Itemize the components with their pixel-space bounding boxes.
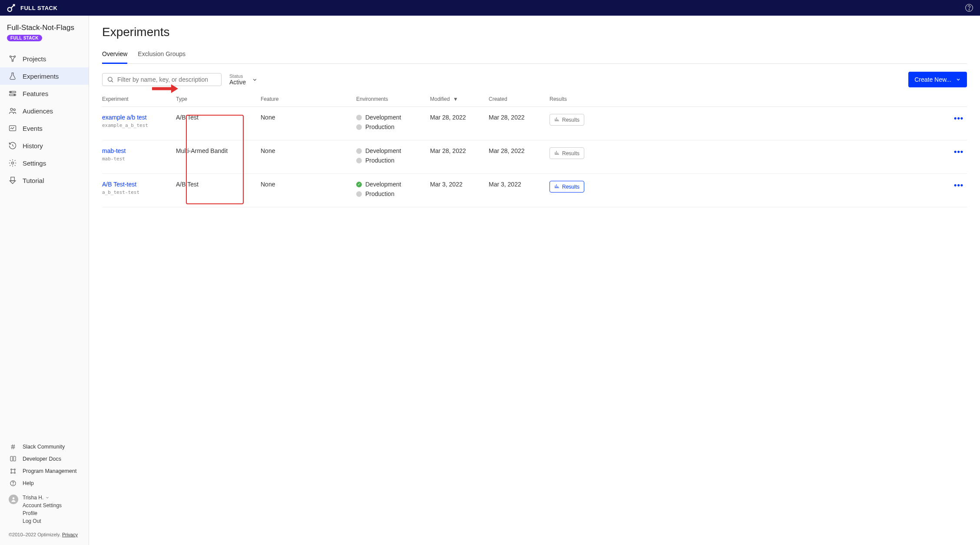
experiment-key: example_a_b_test (102, 123, 176, 128)
help-icon[interactable] (965, 3, 973, 12)
tabs: Overview Exclusion Groups (102, 47, 967, 64)
svg-point-21 (13, 497, 15, 499)
svg-point-2 (969, 10, 969, 10)
env-item: Production (356, 157, 430, 164)
table-header: Experiment Type Feature Environments Mod… (102, 92, 967, 107)
svg-point-18 (14, 472, 16, 474)
sidebar-item-label: History (23, 142, 43, 150)
user-link-logout[interactable]: Log Out (23, 517, 62, 525)
sidebar-item-experiments[interactable]: Experiments (0, 67, 89, 85)
experiment-name-link[interactable]: example a/b test (102, 114, 176, 121)
search-box[interactable] (102, 73, 222, 86)
topbar-brand: FULL STACK (7, 3, 57, 13)
search-input[interactable] (117, 76, 217, 83)
svg-point-4 (14, 56, 15, 57)
tab-exclusion-groups[interactable]: Exclusion Groups (138, 47, 185, 64)
sidebar-item-projects[interactable]: Projects (0, 50, 89, 67)
product-name: FULL STACK (20, 5, 57, 11)
footer-link-docs[interactable]: Developer Docs (0, 453, 89, 465)
copyright: ©2010–2022 Optimizely. Privacy (0, 528, 89, 541)
svg-point-11 (13, 109, 15, 110)
svg-point-0 (8, 7, 12, 11)
sidebar-item-features[interactable]: Features (0, 85, 89, 102)
svg-rect-14 (11, 177, 14, 181)
user-link-account[interactable]: Account Settings (23, 502, 62, 509)
experiment-key: a_b_test-test (102, 189, 176, 195)
status-idle-icon (356, 115, 362, 120)
col-results[interactable]: Results (550, 96, 597, 102)
results-button[interactable]: Results (550, 114, 584, 126)
user-link-profile[interactable]: Profile (23, 509, 62, 517)
experiment-created: Mar 28, 2022 (489, 147, 550, 154)
sidebar-item-audiences[interactable]: Audiences (0, 102, 89, 120)
table-row: mab-test mab-test Multi-Armed Bandit Non… (102, 140, 967, 174)
col-modified[interactable]: Modified ▼ (430, 96, 489, 102)
col-feature[interactable]: Feature (261, 96, 356, 102)
privacy-link[interactable]: Privacy (62, 532, 78, 537)
sidebar: Full-Stack-Not-Flags FULL STACK Projects… (0, 16, 89, 545)
experiment-created: Mar 3, 2022 (489, 181, 550, 188)
experiment-name-link[interactable]: mab-test (102, 147, 176, 154)
col-type[interactable]: Type (176, 96, 261, 102)
status-idle-icon (356, 158, 362, 163)
results-button[interactable]: Results (550, 147, 584, 159)
env-item: ✓ Development (356, 181, 430, 188)
status-idle-icon (356, 148, 362, 154)
footer-link-label: Help (23, 480, 34, 486)
svg-point-10 (10, 108, 13, 110)
svg-point-8 (10, 92, 11, 93)
avatar (9, 495, 18, 504)
user-menu[interactable]: Trisha H. (23, 494, 62, 502)
status-running-icon: ✓ (356, 182, 362, 187)
sidebar-item-history[interactable]: History (0, 137, 89, 154)
sidebar-item-settings[interactable]: Settings (0, 154, 89, 172)
chevron-down-icon (45, 495, 50, 500)
status-value: Active (229, 79, 246, 86)
env-item: Development (356, 147, 430, 154)
sidebar-item-label: Features (23, 90, 48, 97)
env-name: Production (365, 190, 394, 197)
hash-icon (9, 443, 17, 450)
experiment-modified: Mar 28, 2022 (430, 114, 489, 121)
results-button[interactable]: Results (550, 181, 584, 193)
experiment-modified: Mar 28, 2022 (430, 147, 489, 154)
footer-link-slack[interactable]: Slack Community (0, 441, 89, 453)
tab-overview[interactable]: Overview (102, 47, 127, 64)
more-actions-button[interactable]: ••• (954, 114, 967, 123)
project-name: Full-Stack-Not-Flags (7, 23, 82, 32)
sidebar-footer: Slack Community Developer Docs Program M… (0, 436, 89, 545)
footer-link-label: Program Management (23, 468, 76, 474)
env-name: Development (365, 147, 401, 154)
sidebar-item-tutorial[interactable]: Tutorial (0, 172, 89, 189)
env-item: Development (356, 114, 430, 121)
more-actions-button[interactable]: ••• (954, 147, 967, 156)
optimizely-logo-icon (7, 3, 16, 13)
create-new-button[interactable]: Create New... (908, 72, 967, 87)
experiment-created: Mar 28, 2022 (489, 114, 550, 121)
create-button-label: Create New... (914, 76, 951, 83)
book-icon (9, 455, 17, 462)
bar-chart-icon (554, 116, 560, 123)
events-icon (8, 124, 17, 133)
col-environments[interactable]: Environments (356, 96, 430, 102)
col-experiment[interactable]: Experiment (102, 96, 176, 102)
sidebar-item-label: Events (23, 125, 43, 132)
toolbar: Status Active Create New... (102, 72, 967, 87)
more-actions-button[interactable]: ••• (954, 181, 967, 189)
footer-link-pm[interactable]: Program Management (0, 465, 89, 477)
env-name: Development (365, 114, 401, 121)
sort-desc-icon: ▼ (453, 96, 458, 102)
experiment-name-link[interactable]: A/B Test-test (102, 181, 176, 188)
table-row: A/B Test-test a_b_test-test A/B Test Non… (102, 174, 967, 207)
sidebar-item-label: Projects (23, 55, 46, 63)
status-filter[interactable]: Status Active (229, 73, 258, 86)
sidebar-nav: Projects Experiments Features Audiences … (0, 50, 89, 436)
flask-icon (8, 72, 17, 80)
status-idle-icon (356, 124, 362, 130)
project-type-badge: FULL STACK (7, 35, 42, 41)
footer-link-help[interactable]: Help (0, 477, 89, 489)
pm-icon (9, 468, 17, 475)
search-icon (107, 76, 114, 83)
col-created[interactable]: Created (489, 96, 550, 102)
sidebar-item-events[interactable]: Events (0, 120, 89, 137)
